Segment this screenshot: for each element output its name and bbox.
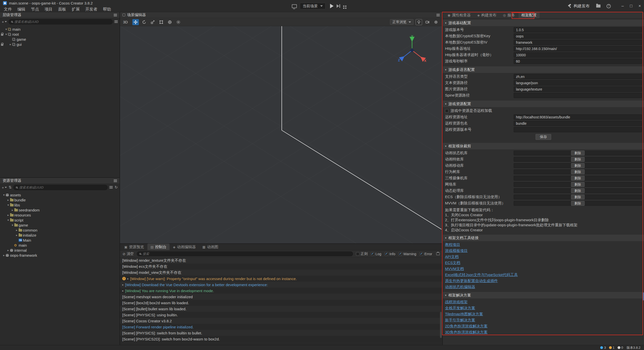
hierarchy-filter-icon[interactable]	[114, 21, 118, 22]
bottom-tab[interactable]: ▦ 动画图	[199, 244, 221, 250]
help-icon[interactable]	[607, 4, 611, 8]
view-mode-select[interactable]: 正常浏览	[390, 19, 414, 25]
log-expand-chevron-icon[interactable]	[122, 289, 124, 292]
inspector-scrollbar[interactable]	[642, 292, 644, 300]
rect-tool-button[interactable]	[158, 19, 165, 25]
property-input[interactable]	[514, 114, 642, 120]
regex-checkbox-icon[interactable]	[356, 252, 359, 256]
menu-item[interactable]: 文件	[1, 6, 15, 13]
log-row[interactable]: [Window] model_view文件夹不存在	[120, 270, 442, 276]
lock-icon[interactable]	[1, 44, 3, 46]
log-row[interactable]: [Scene] [PHYSICS]: switch from builtin t…	[120, 330, 442, 336]
step-button[interactable]	[337, 4, 340, 8]
expand-chevron-icon[interactable]	[11, 224, 14, 227]
hierarchy-tree-row[interactable]: main	[0, 27, 119, 32]
section-header-docs[interactable]: 框架文档工具链接	[443, 235, 644, 241]
property-input[interactable]	[514, 40, 642, 45]
doc-link[interactable]: 游戏模板项目	[445, 248, 644, 254]
add-node-button[interactable]: +	[2, 20, 7, 24]
log-filter[interactable]: Info	[385, 252, 395, 256]
inspector-tab[interactable]: ◉ 属性检查器	[445, 12, 474, 18]
maximize-button[interactable]: □	[627, 0, 635, 12]
solution-link[interactable]: 战棋游戏框架	[445, 299, 644, 305]
log-filter[interactable]: Log	[371, 252, 381, 256]
bottom-tab[interactable]: ▤ 控制台	[147, 244, 169, 250]
rotate-tool-button[interactable]	[141, 19, 147, 25]
asset-tree-row[interactable]: initialize	[0, 233, 119, 238]
scene-viewport[interactable]: Y X Z	[120, 26, 442, 243]
asset-tree-row[interactable]: libs	[0, 202, 119, 207]
preview-target-select[interactable]: 当前场景	[300, 3, 326, 9]
dimension-toggle[interactable]: 3D	[123, 20, 128, 24]
property-input[interactable]	[514, 33, 642, 39]
move-tool-button[interactable]	[132, 19, 139, 25]
asset-tree-row[interactable]: internal	[0, 248, 119, 253]
log-filter[interactable]: Warning	[398, 252, 416, 256]
scene-camera-icon[interactable]	[424, 19, 431, 25]
asset-tree-row[interactable]: oops-framework	[0, 253, 119, 258]
remote-load-checkbox-row[interactable]: 游戏中资源是否远程加载	[443, 108, 644, 114]
status-count[interactable]: 1	[609, 346, 615, 349]
remote-load-checkbox-icon[interactable]	[445, 109, 449, 113]
regex-toggle[interactable]: 正则	[356, 252, 368, 256]
expand-chevron-icon[interactable]	[6, 218, 10, 222]
log-row[interactable]: [Scene] [bullet]:bullet wasm lib loaded.	[120, 306, 442, 312]
solution-link[interactable]: 3D角色扮演游戏解决方案	[445, 329, 644, 335]
doc-link[interactable]: API文档	[445, 254, 644, 260]
delete-module-button[interactable]: 删除	[571, 182, 585, 187]
section-header-basic[interactable]: 游戏基础配置	[443, 20, 644, 26]
menu-item[interactable]: 扩展	[69, 6, 83, 13]
log-row[interactable]: [Window] render_texture文件夹不存在	[120, 257, 442, 264]
log-row[interactable]: [Scene] [PHYSICS]: using builtin.	[120, 312, 442, 318]
property-input[interactable]	[514, 27, 642, 32]
asset-tree-row[interactable]: script	[0, 217, 119, 223]
save-button[interactable]: 保存	[536, 134, 551, 140]
export-log-icon[interactable]	[436, 252, 440, 255]
scale-tool-button[interactable]	[149, 19, 156, 25]
assets-filter-icon[interactable]	[109, 187, 113, 188]
orientation-gizmo[interactable]: Y X Z	[396, 35, 429, 67]
expand-chevron-icon[interactable]	[6, 203, 10, 207]
hierarchy-search-input[interactable]	[14, 20, 110, 24]
assets-menu-icon[interactable]	[114, 181, 117, 181]
log-row[interactable]: [Scene] [box2d]:box2d wasm lib loaded.	[120, 300, 442, 306]
hierarchy-tree-row[interactable]: game	[0, 37, 119, 42]
expand-chevron-icon[interactable]	[6, 249, 10, 252]
close-button[interactable]: ×	[635, 0, 644, 12]
delete-module-button[interactable]: 删除	[571, 163, 585, 168]
console-scrollbar[interactable]	[440, 312, 442, 338]
add-asset-button[interactable]: +	[2, 185, 7, 190]
log-expand-chevron-icon[interactable]	[127, 277, 129, 280]
pivot-toggle-button[interactable]	[175, 19, 182, 25]
property-input[interactable]	[514, 127, 642, 132]
asset-tree-row[interactable]: seedrandom	[0, 207, 119, 212]
section-header-solutions[interactable]: 框架解决方案	[443, 292, 644, 298]
expand-chevron-icon[interactable]	[2, 254, 6, 257]
log-row[interactable]: [Scene] [PHYSICS2D]: switch from box2d-w…	[120, 336, 442, 342]
section-header-resources[interactable]: 游戏资源配置	[443, 101, 644, 107]
expand-chevron-icon[interactable]	[4, 28, 8, 31]
property-input[interactable]	[514, 121, 642, 126]
doc-link[interactable]: ECS文档	[445, 260, 644, 266]
expand-chevron-icon[interactable]	[11, 208, 14, 212]
status-count[interactable]: 3	[600, 346, 606, 349]
preview-device-icon[interactable]	[292, 4, 297, 8]
delete-module-button[interactable]: 删除	[571, 188, 585, 193]
delete-module-button[interactable]: 删除	[571, 169, 585, 174]
property-input[interactable]	[514, 80, 642, 85]
expand-chevron-icon[interactable]	[6, 213, 10, 217]
log-expand-chevron-icon[interactable]	[122, 283, 124, 286]
bottom-tab[interactable]: ▣ 资源预览	[121, 244, 147, 250]
status-count[interactable]: 0	[618, 346, 623, 349]
expand-chevron-icon[interactable]	[15, 229, 19, 232]
doc-link[interactable]: 教程项目	[445, 242, 644, 248]
menu-item[interactable]: 节点	[28, 6, 42, 13]
inspector-tab[interactable]: 框架配置	[518, 12, 540, 18]
scene-light-toggle[interactable]	[416, 19, 422, 25]
log-row[interactable]: [Window] [Vue warn]: Property "onInput" …	[120, 276, 442, 282]
doc-link[interactable]: Excel格式转Json文件与TypeScript代码工具	[445, 272, 644, 278]
property-input[interactable]	[514, 93, 642, 98]
delete-module-button[interactable]: 删除	[571, 195, 585, 199]
asset-tree-row[interactable]: Main	[0, 238, 119, 243]
section-header-modules[interactable]: 框架模块裁剪	[443, 143, 644, 149]
